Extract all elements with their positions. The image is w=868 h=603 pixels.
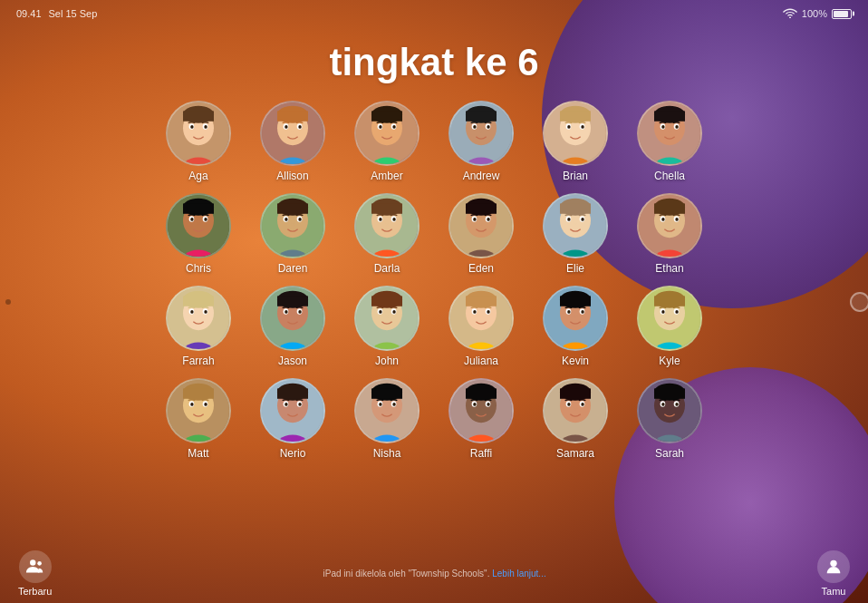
svg-point-125 [285, 310, 287, 314]
svg-point-8 [190, 125, 193, 129]
svg-point-9 [204, 125, 207, 129]
svg-point-152 [567, 310, 570, 314]
user-item-daren[interactable]: Daren [252, 193, 333, 275]
user-avatar-matt [166, 378, 231, 443]
user-avatar-juliana [448, 286, 514, 351]
svg-point-143 [473, 310, 476, 314]
user-avatar-aga [166, 101, 231, 166]
svg-rect-149 [560, 296, 591, 306]
user-item-darla[interactable]: Darla [346, 193, 428, 275]
user-label-elie: Elie [566, 262, 584, 275]
user-label-daren: Daren [278, 262, 308, 275]
user-item-brian[interactable]: Brian [535, 101, 616, 182]
user-item-samara[interactable]: Samara [535, 378, 616, 460]
svg-point-179 [285, 403, 287, 406]
user-item-nisha[interactable]: Nisha [346, 378, 428, 460]
user-label-aga: Aga [188, 170, 207, 182]
svg-point-53 [661, 125, 664, 129]
user-item-matt[interactable]: Matt [158, 378, 239, 460]
svg-point-171 [204, 403, 207, 406]
guest-icon [817, 550, 850, 583]
guest-label: Tamu [822, 586, 846, 597]
status-bar: 09.41 Sel 15 Sep 100% [0, 7, 868, 20]
user-label-brian: Brian [563, 170, 588, 182]
user-avatar-kevin [543, 286, 608, 351]
user-item-raffi[interactable]: Raffi [440, 378, 522, 460]
guest-button[interactable]: Tamu [817, 550, 850, 597]
user-avatar-brian [543, 101, 608, 166]
user-item-juliana[interactable]: Juliana [440, 286, 522, 367]
user-item-farrah[interactable]: Farrah [158, 286, 239, 367]
user-item-elie[interactable]: Elie [535, 193, 616, 275]
home-button[interactable] [850, 292, 868, 312]
main-content: tingkat ke 6 Aga [18, 0, 850, 603]
user-item-john[interactable]: John [346, 286, 428, 367]
svg-rect-95 [560, 203, 591, 213]
user-avatar-amber [354, 101, 420, 166]
user-avatar-jason [260, 286, 325, 351]
svg-point-218 [37, 561, 42, 566]
recent-button[interactable]: Terbaru [18, 550, 52, 597]
learn-more-link[interactable]: Lebih lanjut... [492, 569, 546, 579]
user-item-ethan[interactable]: Ethan [629, 193, 710, 275]
svg-rect-158 [654, 296, 685, 306]
svg-point-63 [204, 218, 207, 221]
svg-rect-23 [371, 111, 402, 121]
page-title: tingkat ke 6 [329, 41, 538, 84]
svg-point-99 [581, 218, 583, 221]
user-label-andrew: Andrew [463, 170, 500, 182]
battery-percent: 100% [802, 8, 827, 19]
svg-point-198 [487, 403, 489, 406]
bottom-bar: Terbaru iPad ini dikelola oleh "Township… [0, 544, 868, 603]
svg-point-126 [298, 310, 301, 314]
svg-rect-104 [654, 203, 685, 213]
user-label-samara: Samara [556, 447, 594, 460]
svg-point-162 [675, 310, 678, 314]
status-left: 09.41 Sel 15 Sep [16, 8, 97, 19]
user-label-chella: Chella [654, 170, 685, 182]
svg-point-35 [473, 125, 476, 129]
user-label-matt: Matt [188, 447, 208, 460]
user-label-nerio: Nerio [280, 447, 306, 460]
user-avatar-john [354, 286, 420, 351]
user-avatar-chella [637, 101, 702, 166]
user-avatar-darla [354, 193, 420, 258]
svg-rect-5 [183, 111, 214, 121]
user-item-aga[interactable]: Aga [158, 101, 239, 182]
user-item-allison[interactable]: Allison [252, 101, 333, 182]
user-label-farrah: Farrah [182, 355, 214, 367]
svg-point-72 [298, 218, 301, 221]
user-avatar-farrah [166, 286, 231, 351]
svg-rect-68 [277, 203, 308, 213]
status-right: 100% [783, 7, 852, 20]
svg-rect-194 [466, 388, 497, 398]
svg-point-134 [379, 310, 381, 314]
svg-rect-167 [183, 388, 214, 398]
svg-rect-122 [277, 296, 308, 306]
user-item-kyle[interactable]: Kyle [629, 286, 710, 367]
recent-label: Terbaru [18, 586, 52, 597]
user-item-chella[interactable]: Chella [629, 101, 710, 182]
user-item-sarah[interactable]: Sarah [629, 378, 710, 460]
user-item-jason[interactable]: Jason [252, 286, 333, 367]
svg-point-116 [190, 310, 193, 314]
svg-point-161 [661, 310, 664, 314]
user-avatar-nisha [354, 378, 420, 443]
svg-rect-185 [371, 388, 402, 398]
user-item-eden[interactable]: Eden [440, 193, 522, 275]
user-avatar-samara [543, 378, 608, 443]
svg-point-26 [379, 125, 381, 129]
svg-point-17 [285, 125, 287, 129]
user-item-kevin[interactable]: Kevin [535, 286, 616, 367]
user-avatar-eden [448, 193, 514, 258]
user-avatar-sarah [637, 378, 702, 443]
svg-rect-14 [277, 111, 308, 121]
user-item-nerio[interactable]: Nerio [252, 378, 333, 460]
user-avatar-andrew [448, 101, 514, 166]
svg-point-18 [298, 125, 301, 129]
user-item-amber[interactable]: Amber [346, 101, 428, 182]
user-item-chris[interactable]: Chris [158, 193, 239, 275]
svg-rect-59 [183, 203, 214, 213]
user-label-darla: Darla [374, 262, 400, 275]
user-item-andrew[interactable]: Andrew [440, 101, 522, 182]
